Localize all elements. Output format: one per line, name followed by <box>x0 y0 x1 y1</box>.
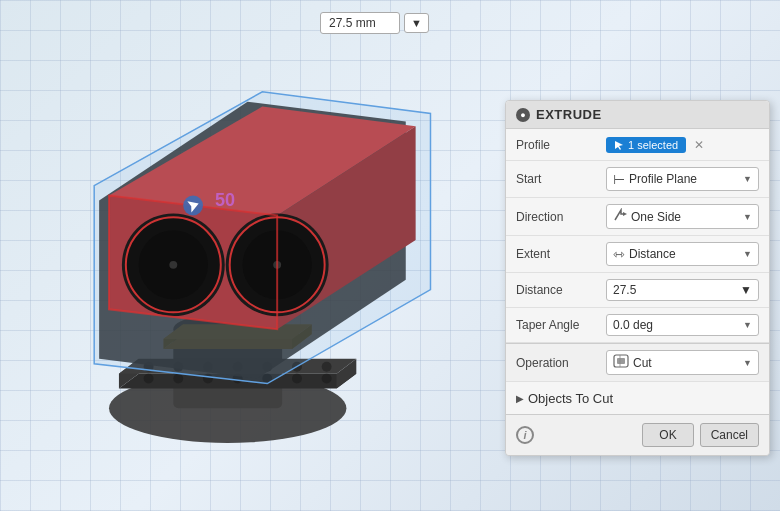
distance-val-text: 27.5 <box>613 283 636 297</box>
svg-rect-44 <box>617 358 625 364</box>
extent-value: ⇿ Distance ▼ <box>606 242 759 266</box>
start-chevron: ▼ <box>743 174 752 184</box>
distance-value-row: 27.5 ▼ <box>606 279 759 301</box>
start-dropdown[interactable]: ⊢ Profile Plane ▼ <box>606 167 759 191</box>
start-value: ⊢ Profile Plane ▼ <box>606 167 759 191</box>
objects-to-cut-row[interactable]: ▶ Objects To Cut <box>506 382 769 414</box>
direction-icon <box>613 208 627 225</box>
svg-marker-41 <box>615 141 623 150</box>
extent-label: Extent <box>516 247 606 261</box>
operation-label: Operation <box>516 356 606 370</box>
panel-header: ● EXTRUDE <box>506 101 769 129</box>
profile-clear-button[interactable]: ✕ <box>694 138 704 152</box>
footer-buttons: OK Cancel <box>642 423 759 447</box>
direction-dropdown[interactable]: One Side ▼ <box>606 204 759 229</box>
selected-badge: 1 selected <box>606 137 686 153</box>
extrude-panel: ● EXTRUDE Profile 1 selected ✕ Start <box>505 100 770 456</box>
operation-icon <box>613 354 629 371</box>
direction-dropdown-text: One Side <box>631 210 681 224</box>
svg-point-8 <box>173 374 183 384</box>
panel-header-icon: ● <box>516 108 530 122</box>
taper-angle-value: 0.0 deg ▼ <box>606 314 759 336</box>
extent-row: Extent ⇿ Distance ▼ <box>506 236 769 273</box>
extent-icon: ⇿ <box>613 246 625 262</box>
operation-row: Operation Cut ▼ <box>506 343 769 382</box>
profile-row: Profile 1 selected ✕ <box>506 129 769 161</box>
operation-text: Cut <box>633 356 652 370</box>
start-row: Start ⊢ Profile Plane ▼ <box>506 161 769 198</box>
top-toolbar: ▼ <box>320 12 429 34</box>
svg-point-13 <box>322 374 332 384</box>
taper-angle-dropdown[interactable]: 0.0 deg ▼ <box>606 314 759 336</box>
dimension-label: 50 <box>215 190 235 211</box>
start-dropdown-text: Profile Plane <box>629 172 697 186</box>
ok-button[interactable]: OK <box>642 423 693 447</box>
expand-icon: ▶ <box>516 393 524 404</box>
direction-value: One Side ▼ <box>606 204 759 229</box>
selected-badge-text: 1 selected <box>628 139 678 151</box>
profile-value: 1 selected ✕ <box>606 137 759 153</box>
panel-title: EXTRUDE <box>536 107 602 122</box>
operation-chevron: ▼ <box>743 358 752 368</box>
distance-dropdown-button[interactable]: ▼ <box>404 13 429 33</box>
start-icon: ⊢ <box>613 171 625 187</box>
operation-dropdown[interactable]: Cut ▼ <box>606 350 759 375</box>
objects-to-cut-label: Objects To Cut <box>528 391 613 406</box>
direction-label: Direction <box>516 210 606 224</box>
svg-point-20 <box>322 362 332 372</box>
3d-model: 50 <box>20 20 475 480</box>
cursor-icon <box>614 140 624 150</box>
svg-point-7 <box>144 374 154 384</box>
profile-label: Profile <box>516 138 606 152</box>
distance-label: Distance <box>516 283 606 297</box>
cancel-button[interactable]: Cancel <box>700 423 759 447</box>
taper-angle-label: Taper Angle <box>516 318 606 332</box>
extent-dropdown-text: Distance <box>629 247 676 261</box>
operation-value: Cut ▼ <box>606 350 759 375</box>
svg-marker-42 <box>623 212 627 216</box>
start-label: Start <box>516 172 606 186</box>
taper-angle-chevron: ▼ <box>743 320 752 330</box>
svg-point-12 <box>292 374 302 384</box>
direction-chevron: ▼ <box>743 212 752 222</box>
taper-angle-text: 0.0 deg <box>613 318 653 332</box>
distance-chevron: ▼ <box>740 283 752 297</box>
panel-footer: i OK Cancel <box>506 414 769 455</box>
panel-body: Profile 1 selected ✕ Start ⊢ Profile Pla… <box>506 129 769 414</box>
svg-point-36 <box>169 261 177 269</box>
info-icon: i <box>516 426 534 444</box>
taper-angle-row: Taper Angle 0.0 deg ▼ <box>506 308 769 343</box>
extent-chevron: ▼ <box>743 249 752 259</box>
distance-input[interactable] <box>320 12 400 34</box>
distance-row: Distance 27.5 ▼ <box>506 273 769 308</box>
distance-value-dropdown[interactable]: 27.5 ▼ <box>606 279 759 301</box>
direction-row: Direction One Side ▼ <box>506 198 769 236</box>
extent-dropdown[interactable]: ⇿ Distance ▼ <box>606 242 759 266</box>
